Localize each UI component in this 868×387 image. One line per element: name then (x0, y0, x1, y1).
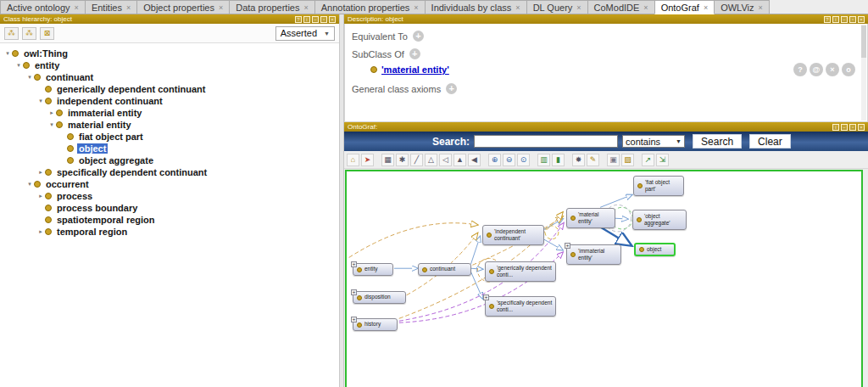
add-subclass-button[interactable]: + (409, 48, 420, 59)
graph-node-material[interactable]: 'material entity' (566, 208, 615, 228)
tab-active-ontology[interactable]: Active ontology× (0, 0, 86, 14)
save-image-button[interactable]: ▣ (607, 154, 620, 166)
tab-individuals-by-class[interactable]: Individuals by class× (425, 0, 527, 14)
export-dot-button[interactable]: ⇲ (656, 154, 669, 166)
tree-item-process-boundary[interactable]: process boundary (0, 202, 339, 214)
tab-comodide[interactable]: CoModIDE× (587, 0, 655, 14)
tree-expand-icon[interactable]: ▾ (14, 62, 23, 69)
graph-node-fiat[interactable]: 'fiat object part' (633, 176, 684, 196)
grid-layout-button[interactable]: ▦ (381, 154, 394, 166)
tab-close-icon[interactable]: × (576, 3, 581, 12)
tab-close-icon[interactable]: × (303, 3, 308, 12)
tab-close-icon[interactable]: × (414, 3, 418, 12)
float-icon[interactable]: ▫ (849, 16, 856, 23)
zoom-in-button[interactable]: ⊕ (488, 154, 501, 166)
float-icon[interactable]: ▫ (320, 16, 327, 23)
graph-node-aggregate[interactable]: 'object aggregate' (632, 210, 687, 230)
node-slider-button[interactable]: ▥ (537, 154, 550, 166)
search-input[interactable] (474, 135, 618, 148)
info-icon[interactable]: i (832, 124, 839, 131)
tree-item-entity[interactable]: ▾entity (0, 59, 339, 71)
tab-close-icon[interactable]: × (758, 3, 762, 12)
tab-object-properties[interactable]: Object properties× (136, 0, 230, 14)
graph-node-independent[interactable]: 'independent continuant' (482, 225, 544, 245)
tree-expand-icon[interactable]: ▾ (3, 50, 12, 57)
explain-axiom-icon[interactable]: ? (793, 63, 807, 76)
tab-dl-query[interactable]: DL Query× (526, 0, 588, 14)
tree-item-spatiotemporal-region[interactable]: spatiotemporal region (0, 214, 339, 226)
add-general-axiom-button[interactable]: + (446, 83, 457, 94)
pin-nodes-button[interactable]: ▮ (552, 154, 565, 166)
edit-config-button[interactable]: ✎ (587, 154, 599, 166)
tree-item-material-entity[interactable]: ▾material entity (0, 119, 339, 131)
graph-node-object[interactable]: object (634, 243, 676, 256)
node-expander-icon[interactable]: + (351, 289, 357, 295)
match-mode-select[interactable]: contains ▼ (622, 135, 685, 148)
edit-axiom-icon[interactable]: o (842, 63, 855, 76)
float-icon[interactable]: ▫ (849, 124, 856, 131)
zoom-reset-button[interactable]: ⊙ (517, 154, 530, 166)
graph-node-entity[interactable]: +entity (353, 263, 393, 276)
help-icon[interactable]: ? (295, 16, 302, 23)
node-expander-icon[interactable]: + (565, 243, 570, 249)
open-file-button[interactable]: ▨ (621, 154, 634, 166)
tab-ontograf[interactable]: OntoGraf× (654, 0, 715, 14)
tree-item-occurrent[interactable]: ▾occurrent (0, 178, 339, 190)
material-entity-link[interactable]: 'material entity' (381, 64, 449, 75)
directed-vertical-layout-button[interactable]: ▲ (453, 154, 466, 166)
close-icon[interactable]: × (329, 16, 336, 23)
node-expander-icon[interactable]: + (483, 294, 489, 300)
hierarchy-view-select[interactable]: Asserted ▼ (275, 26, 335, 41)
minimize-icon[interactable]: − (841, 124, 848, 131)
tab-annotation-properties[interactable]: Annotation properties× (314, 0, 426, 14)
graph-node-specifically[interactable]: +'specifically dependent conti... (485, 296, 556, 317)
directed-horizontal-layout-button[interactable]: ◀ (468, 154, 481, 166)
export-graph-button[interactable]: ↗ (642, 154, 654, 166)
tree-expand-icon[interactable]: ▸ (36, 228, 45, 235)
search-button[interactable]: Search (693, 134, 742, 149)
annotate-axiom-icon[interactable]: @ (810, 63, 823, 76)
tab-close-icon[interactable]: × (704, 3, 708, 12)
close-icon[interactable]: × (858, 124, 865, 131)
tree-item-object[interactable]: object (0, 143, 339, 154)
add-equivalent-button[interactable]: + (413, 31, 424, 42)
info-icon[interactable]: i (832, 16, 839, 23)
tree-expand-icon[interactable]: ▸ (36, 169, 45, 176)
info-icon[interactable]: i (303, 16, 310, 23)
tree-item-process[interactable]: ▸process (0, 190, 339, 202)
tree-expand-icon[interactable]: ▸ (36, 193, 45, 199)
tree-expand-icon[interactable]: ▾ (47, 121, 56, 128)
tree-item-owl-thing[interactable]: ▾owl:Thing (0, 48, 339, 59)
add-subclass-button[interactable]: ⁂ (4, 27, 19, 40)
close-icon[interactable]: × (858, 16, 865, 23)
tab-close-icon[interactable]: × (643, 3, 648, 12)
tree-item-independent-continuant[interactable]: ▾independent continuant (0, 95, 339, 107)
graph-node-continuant[interactable]: continuant (418, 263, 471, 276)
delete-class-button[interactable]: ⊠ (40, 27, 54, 40)
tree-vertical-layout-button[interactable]: △ (425, 154, 437, 166)
minimize-icon[interactable]: − (841, 16, 848, 23)
tree-item-temporal-region[interactable]: ▸temporal region (0, 226, 339, 238)
graph-node-disposition[interactable]: +disposition (353, 291, 406, 304)
tree-item-specifically-dependent-continuant[interactable]: ▸specifically dependent continuant (0, 166, 339, 178)
graph-node-generically[interactable]: 'generically dependent conti... (485, 261, 556, 282)
home-button[interactable]: ⌂ (347, 154, 359, 166)
tree-item-generically-dependent-continuant[interactable]: generically dependent continuant (0, 83, 339, 95)
tree-item-immaterial-entity[interactable]: ▸immaterial entity (0, 107, 339, 119)
tree-expand-icon[interactable]: ▾ (25, 181, 34, 188)
tree-expand-icon[interactable]: ▸ (47, 109, 56, 116)
minimize-icon[interactable]: − (312, 16, 319, 23)
tree-item-fiat-object-part[interactable]: fiat object part (0, 131, 339, 143)
pointer-mode-button[interactable]: ➤ (361, 154, 374, 166)
node-expander-icon[interactable]: + (351, 317, 357, 322)
node-expander-icon[interactable]: + (351, 261, 357, 267)
graph-canvas[interactable]: +entitycontinuant+disposition+history'in… (345, 170, 863, 387)
delete-axiom-icon[interactable]: × (826, 63, 839, 76)
radial-layout-button[interactable]: ✱ (396, 154, 409, 166)
clear-button[interactable]: Clear (749, 134, 791, 149)
tree-expand-icon[interactable]: ▾ (25, 74, 34, 81)
help-icon[interactable]: ? (824, 16, 831, 23)
tab-close-icon[interactable]: × (126, 3, 131, 12)
graph-node-history[interactable]: +history (353, 318, 398, 331)
description-scrollbar[interactable] (861, 25, 866, 121)
